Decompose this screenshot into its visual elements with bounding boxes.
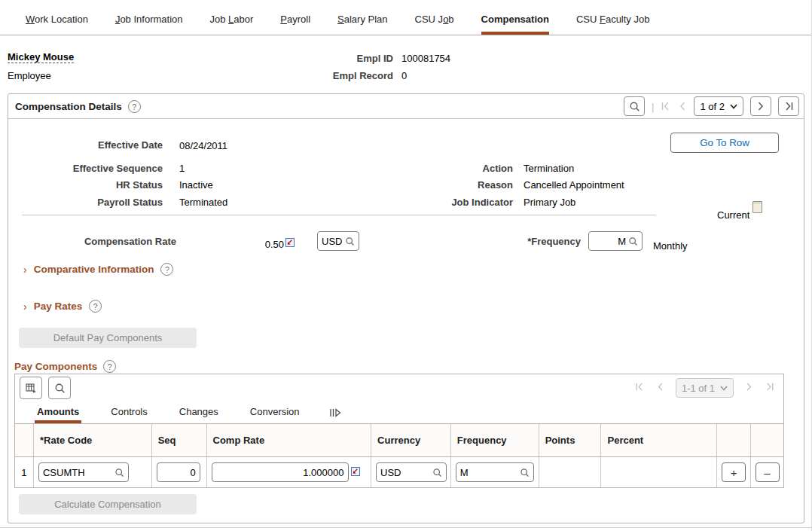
lookup-icon	[114, 468, 124, 478]
chevron-right-icon: ›	[23, 264, 27, 276]
frequency-description: Monthly	[653, 240, 688, 252]
grid-tab-conversion[interactable]: Conversion	[248, 406, 302, 423]
row-frequency-lookup[interactable]: M	[456, 462, 534, 482]
grid-pagination: 1-1 of 1	[635, 374, 774, 401]
compensation-details-section: Compensation Details ? | 1 of 2	[8, 93, 804, 523]
grid-previous-icon	[656, 382, 664, 394]
payroll-status-value: Terminated	[179, 197, 227, 208]
compensation-page: Work Location Job Information Job Labor …	[0, 0, 812, 531]
first-row-icon	[661, 101, 671, 111]
empl-id-label: Empl ID	[309, 53, 393, 64]
currency-display-icon[interactable]	[351, 467, 360, 478]
grid-tab-controls[interactable]: Controls	[108, 406, 149, 423]
tab-job-information[interactable]: Job Information	[102, 14, 197, 35]
lookup-icon	[432, 468, 442, 478]
section-title: Compensation Details ?	[15, 100, 141, 113]
grid-table: *Rate Code Seq Comp Rate Currency Freque…	[15, 424, 783, 487]
chevron-down-icon	[730, 103, 737, 109]
tab-job-labor[interactable]: Job Labor	[196, 14, 267, 35]
delete-row-button[interactable]: –	[756, 462, 780, 482]
rate-code-lookup[interactable]: CSUMTH	[38, 462, 129, 482]
comp-rate-input[interactable]: 1.000000	[212, 462, 349, 482]
tab-csu-faculty-job[interactable]: CSU Faculty Job	[563, 14, 664, 35]
payroll-status-label: Payroll Status	[8, 197, 163, 208]
points-header: Points	[539, 424, 602, 456]
lookup-icon	[628, 237, 638, 246]
default-pay-components-button[interactable]: Default Pay Components	[19, 328, 197, 348]
effective-sequence-value: 1	[179, 163, 185, 174]
grid-search-icon[interactable]	[48, 377, 71, 399]
reason-label: Reason	[392, 179, 513, 191]
search-icon[interactable]	[624, 96, 645, 116]
note-icon[interactable]	[752, 201, 762, 213]
compensation-rate-label: Compensation Rate	[8, 236, 176, 247]
percent-value	[601, 457, 717, 487]
grid-next-icon	[745, 382, 753, 394]
help-icon[interactable]: ?	[89, 300, 102, 313]
empl-record-label: Empl Record	[309, 70, 393, 81]
tab-salary-plan[interactable]: Salary Plan	[324, 14, 401, 35]
help-icon[interactable]: ?	[128, 100, 141, 113]
reason-value: Cancelled Appointment	[524, 179, 624, 191]
previous-row-icon	[678, 101, 687, 111]
page-bottom-divider	[0, 527, 812, 528]
grid-action-menu-icon[interactable]	[20, 377, 42, 399]
points-value	[539, 457, 602, 487]
table-row: 1 CSUMTH 0	[15, 457, 783, 487]
help-icon[interactable]: ?	[103, 360, 116, 373]
chevron-right-icon: ›	[23, 301, 27, 313]
rate-code-header: *Rate Code	[34, 424, 152, 456]
grid-tab-changes[interactable]: Changes	[177, 406, 221, 423]
tab-work-location[interactable]: Work Location	[12, 14, 102, 35]
section-header: Compensation Details ? | 1 of 2	[8, 94, 804, 119]
currency-display-icon[interactable]	[285, 238, 295, 249]
employee-name-link[interactable]: Mickey Mouse	[8, 51, 74, 63]
action-label: Action	[392, 163, 513, 174]
effective-sequence-label: Effective Sequence	[8, 163, 163, 174]
show-all-columns-icon[interactable]	[329, 408, 341, 423]
hr-status-label: HR Status	[8, 179, 163, 191]
row-selector-dropdown[interactable]: 1 of 2	[694, 96, 743, 116]
row-number: 1	[15, 457, 34, 487]
tab-csu-job[interactable]: CSU Job	[401, 14, 468, 35]
seq-header: Seq	[152, 424, 207, 456]
employee-type: Employee	[8, 70, 51, 81]
pay-components-grid: 1-1 of 1 Amounts Controls Changes Conver…	[14, 374, 784, 488]
add-row-header	[717, 424, 751, 456]
go-to-row-button[interactable]: Go To Row	[670, 133, 779, 153]
table-header-row: *Rate Code Seq Comp Rate Currency Freque…	[15, 424, 783, 457]
grid-toolbar: 1-1 of 1	[15, 374, 783, 401]
empl-id-value: 100081754	[401, 53, 450, 64]
row-currency-lookup[interactable]: USD	[376, 462, 447, 482]
seq-input[interactable]: 0	[157, 462, 200, 482]
comparative-information-toggle[interactable]: › Comparative Information ?	[23, 263, 173, 276]
lookup-icon	[345, 237, 355, 246]
current-label: Current	[717, 209, 749, 221]
pay-rates-toggle[interactable]: › Pay Rates ?	[23, 300, 102, 313]
grid-tabbar: Amounts Controls Changes Conversion	[15, 401, 783, 424]
grid-last-icon	[765, 382, 774, 394]
tab-compensation[interactable]: Compensation	[468, 14, 563, 35]
job-indicator-label: Job Indicator	[392, 197, 513, 208]
chevron-down-icon	[720, 385, 728, 391]
grid-tab-amounts[interactable]: Amounts	[35, 406, 81, 423]
rate-currency-lookup[interactable]: USD	[317, 231, 359, 251]
divider	[22, 215, 656, 215]
currency-header: Currency	[371, 424, 451, 456]
lookup-icon	[520, 468, 530, 478]
percent-header: Percent	[601, 424, 717, 456]
hr-status-value: Inactive	[179, 179, 213, 191]
empl-record-value: 0	[401, 70, 407, 81]
frequency-lookup[interactable]: M	[588, 231, 643, 251]
delete-row-header	[751, 424, 783, 456]
next-row-button[interactable]	[750, 96, 771, 116]
grid-row-selector-dropdown: 1-1 of 1	[676, 378, 734, 398]
help-icon[interactable]: ?	[160, 263, 173, 276]
add-row-button[interactable]: +	[722, 462, 746, 482]
frequency-header: Frequency	[451, 424, 539, 456]
section-body: Effective Date 08/24/2011 Effective Sequ…	[8, 118, 804, 523]
tab-payroll[interactable]: Payroll	[267, 14, 324, 35]
compensation-rate-value: 0.50	[239, 239, 284, 250]
last-row-button[interactable]	[778, 96, 799, 116]
calculate-compensation-button[interactable]: Calculate Compensation	[19, 494, 197, 514]
